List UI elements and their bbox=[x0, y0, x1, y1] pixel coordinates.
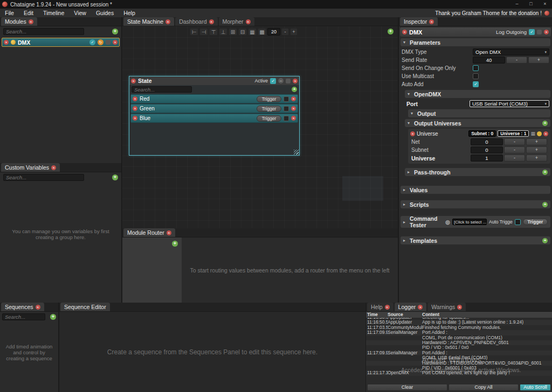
active-checkbox[interactable]: ✓ bbox=[270, 78, 276, 84]
add-variable-group-button[interactable]: + bbox=[112, 174, 118, 180]
grid-size-decrease-button[interactable]: - bbox=[281, 28, 289, 36]
section-scripts[interactable]: ▸ Scripts + bbox=[401, 200, 550, 208]
add-template-button[interactable]: + bbox=[542, 238, 548, 243]
trigger-button[interactable]: Trigger bbox=[257, 115, 281, 122]
add-module-button[interactable]: + bbox=[112, 29, 118, 34]
state-item-checkbox[interactable] bbox=[284, 116, 289, 121]
close-icon[interactable]: × bbox=[113, 40, 118, 45]
send-on-change-checkbox[interactable] bbox=[473, 65, 479, 71]
tab-sequences[interactable]: Sequences × bbox=[1, 303, 44, 311]
add-state-button[interactable]: + bbox=[388, 29, 394, 34]
section-command-tester[interactable]: ▸ Command Tester ◎ [Click to select ... … bbox=[401, 216, 550, 228]
resize-handle[interactable] bbox=[294, 150, 299, 155]
command-select-box[interactable]: [Click to select ... bbox=[452, 219, 487, 225]
add-universe-button[interactable]: + bbox=[542, 121, 548, 126]
trigger-button[interactable]: Trigger bbox=[257, 96, 281, 102]
close-icon[interactable]: × bbox=[385, 305, 390, 310]
close-icon[interactable]: × bbox=[418, 305, 423, 310]
color-icon[interactable] bbox=[537, 30, 542, 34]
tab-sequence-editor[interactable]: Sequence Editor bbox=[60, 303, 110, 311]
port-dropdown[interactable]: USB Serial Port (COM3) ▾ bbox=[470, 100, 549, 107]
add-script-button[interactable]: + bbox=[542, 202, 548, 207]
tab-warnings[interactable]: Warnings × bbox=[427, 303, 466, 311]
module-color-icon[interactable] bbox=[106, 40, 111, 45]
module-activity-icon[interactable]: ↻ bbox=[98, 39, 104, 45]
trigger-button[interactable]: Trigger bbox=[523, 219, 548, 225]
clear-button[interactable]: Clear bbox=[367, 384, 447, 391]
menu-file[interactable]: File bbox=[0, 9, 19, 17]
universe-increase-button[interactable]: + bbox=[526, 155, 547, 162]
close-icon[interactable]: × bbox=[29, 19, 33, 24]
distribute-vertical-icon[interactable]: ⊟ bbox=[238, 28, 247, 36]
tab-dashboard[interactable]: Dashboard × bbox=[175, 17, 217, 26]
add-router-button[interactable]: + bbox=[172, 241, 178, 247]
titlebar[interactable]: Chataigne 1.9.24 - New unsaved session *… bbox=[0, 0, 552, 9]
menu-edit[interactable]: Edit bbox=[19, 9, 38, 17]
universe-value[interactable]: 1 bbox=[471, 155, 503, 162]
maximize-button[interactable]: □ bbox=[524, 0, 538, 9]
remove-module-icon[interactable]: × bbox=[4, 40, 9, 45]
auto-add-checkbox[interactable]: ✓ bbox=[473, 81, 479, 87]
modules-search-input[interactable] bbox=[3, 28, 84, 35]
net-value[interactable]: 0 bbox=[471, 138, 503, 145]
log-rows[interactable]: 11:16:50.334AppUpdaterChecking for updat… bbox=[366, 318, 552, 383]
module-enabled-icon[interactable]: ✓ bbox=[89, 39, 95, 45]
auto-scroll-button[interactable]: Auto Scroll bbox=[520, 384, 551, 391]
grid-size-increase-button[interactable]: + bbox=[290, 28, 298, 36]
remove-icon[interactable]: × bbox=[133, 106, 137, 111]
menu-help[interactable]: Help bbox=[119, 9, 140, 17]
close-icon[interactable]: × bbox=[209, 19, 214, 24]
remove-state-icon[interactable]: × bbox=[131, 79, 136, 83]
state-window-header[interactable]: × State Active ✓ – × bbox=[129, 76, 299, 85]
section-output[interactable]: ▾ Output bbox=[408, 109, 550, 117]
subnet-increase-button[interactable]: + bbox=[526, 146, 547, 153]
remove-icon[interactable]: × bbox=[133, 116, 137, 121]
remove-icon[interactable]: × bbox=[133, 96, 137, 101]
universe-decrease-button[interactable]: - bbox=[504, 155, 525, 162]
close-icon[interactable]: × bbox=[429, 19, 434, 24]
close-icon[interactable]: × bbox=[246, 19, 251, 24]
align-right-icon[interactable]: ⊣ bbox=[199, 28, 208, 36]
close-icon[interactable]: × bbox=[36, 305, 40, 310]
menu-view[interactable]: View bbox=[69, 9, 91, 17]
state-item-red[interactable]: × Red Trigger × bbox=[130, 94, 298, 103]
add-pass-through-button[interactable]: + bbox=[542, 170, 548, 175]
tab-state-machine[interactable]: State Machine × bbox=[123, 17, 174, 26]
menu-timeline[interactable]: Timeline bbox=[38, 9, 69, 17]
state-item-blue[interactable]: × Blue Trigger × bbox=[130, 114, 298, 123]
close-icon[interactable]: × bbox=[291, 96, 296, 101]
close-icon[interactable]: × bbox=[165, 19, 170, 24]
remove-icon[interactable]: × bbox=[402, 30, 407, 34]
snap-to-grid-icon[interactable]: ▦ bbox=[248, 28, 257, 36]
universe-color-icon[interactable] bbox=[537, 131, 542, 136]
remove-universe-icon[interactable]: × bbox=[410, 131, 415, 136]
log-outgoing-checkbox[interactable]: ✓ bbox=[529, 29, 535, 35]
close-icon[interactable]: × bbox=[291, 106, 296, 111]
state-item-checkbox[interactable] bbox=[284, 96, 289, 102]
close-icon[interactable]: × bbox=[543, 131, 548, 136]
section-templates[interactable]: ▸ Templates + bbox=[401, 236, 550, 244]
grid-size-value[interactable]: 20 bbox=[267, 28, 280, 36]
window-close-button[interactable]: × bbox=[538, 0, 552, 9]
distribute-horizontal-icon[interactable]: ⊞ bbox=[229, 28, 237, 36]
subnet-decrease-button[interactable]: - bbox=[504, 146, 525, 153]
net-decrease-button[interactable]: - bbox=[504, 138, 525, 145]
dmx-type-dropdown[interactable]: Open DMX ▾ bbox=[473, 48, 549, 55]
section-output-universes[interactable]: ▾ Output Universes + bbox=[405, 119, 550, 127]
subnet-value[interactable]: 0 bbox=[471, 146, 503, 153]
menu-guides[interactable]: Guides bbox=[91, 9, 119, 17]
state-search-input[interactable] bbox=[132, 86, 192, 93]
tab-modules[interactable]: Modules × bbox=[1, 17, 37, 26]
gear-icon[interactable]: ◎ bbox=[445, 219, 450, 225]
tab-morpher[interactable]: Morpher × bbox=[219, 17, 254, 26]
tab-module-router[interactable]: Module Router × bbox=[123, 228, 175, 237]
close-icon[interactable]: × bbox=[457, 305, 462, 310]
minimize-state-icon[interactable]: – bbox=[278, 78, 284, 83]
add-sequence-button[interactable]: + bbox=[50, 314, 56, 320]
auto-trigger-checkbox[interactable] bbox=[515, 219, 521, 225]
close-icon[interactable]: × bbox=[51, 165, 56, 170]
state-color-icon[interactable] bbox=[286, 79, 291, 83]
section-pass-through[interactable]: ▸ Pass-through + bbox=[405, 168, 550, 176]
tab-inspector[interactable]: Inspector × bbox=[400, 17, 438, 26]
add-action-button[interactable]: + bbox=[292, 87, 297, 92]
